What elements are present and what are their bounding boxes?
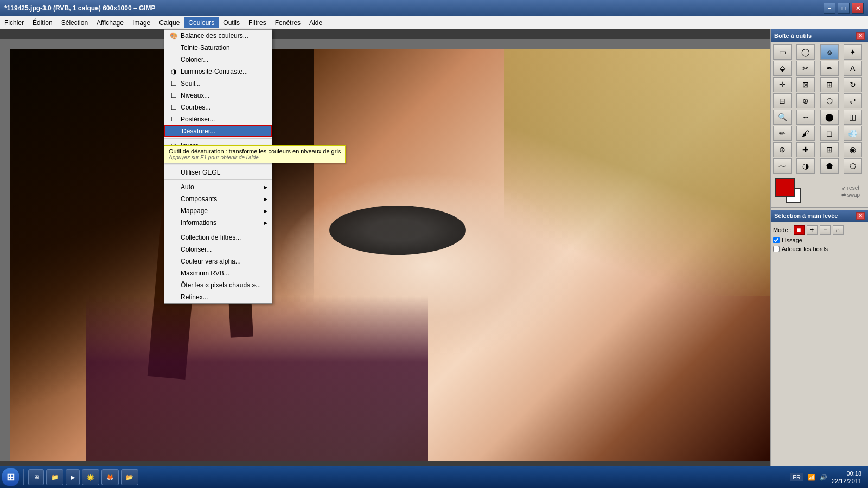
adoucir-row: Adoucir les bords bbox=[773, 245, 866, 253]
composants-arrow: ▶ bbox=[264, 197, 267, 202]
taskbar-item-app4[interactable]: 🌟 bbox=[82, 469, 99, 485]
menu-seuil[interactable]: ☐ Seuil... bbox=[164, 78, 272, 89]
tool-blend[interactable]: ◫ bbox=[844, 110, 862, 125]
menu-posteriser[interactable]: ☐ Postériser... bbox=[164, 113, 272, 125]
tool-rotate[interactable]: ↻ bbox=[844, 77, 862, 92]
tool-flip[interactable]: ⇄ bbox=[844, 93, 862, 108]
menu-composants[interactable]: Composants ▶ bbox=[164, 193, 272, 205]
menu-aide[interactable]: Aide bbox=[305, 17, 327, 28]
tool-airbrush[interactable]: 💨 bbox=[844, 126, 862, 141]
menu-edition[interactable]: Édition bbox=[28, 17, 57, 28]
tool-heal[interactable]: ✚ bbox=[796, 142, 815, 157]
tool-scissors[interactable]: ✂ bbox=[796, 61, 815, 76]
lissage-checkbox[interactable] bbox=[773, 237, 780, 243]
menu-niveaux[interactable]: ☐ Niveaux... bbox=[164, 89, 272, 101]
tool-move[interactable]: ✛ bbox=[773, 77, 792, 92]
tool-zoom[interactable]: 🔍 bbox=[773, 110, 792, 125]
volume-icon: 🔊 bbox=[820, 474, 827, 481]
firefox-icon: 🦊 bbox=[106, 474, 114, 481]
menu-mappage[interactable]: Mappage ▶ bbox=[164, 205, 272, 217]
maximize-button[interactable]: □ bbox=[838, 3, 850, 14]
menu-teinte[interactable]: Teinte-Saturation bbox=[164, 42, 272, 54]
menu-image[interactable]: Image bbox=[128, 17, 155, 28]
posteriser-icon: ☐ bbox=[169, 114, 178, 124]
tool-options-close[interactable]: ✕ bbox=[856, 212, 865, 220]
taskbar-item-explorer[interactable]: 🖥 bbox=[28, 469, 44, 485]
mode-replace-btn[interactable]: ■ bbox=[794, 225, 805, 235]
tool-paintbrush[interactable]: 🖌 bbox=[796, 126, 815, 141]
luminosite-icon: ◑ bbox=[169, 67, 178, 76]
taskbar-item-media[interactable]: ▶ bbox=[66, 469, 80, 485]
tool-persp-clone[interactable]: ⊞ bbox=[820, 142, 839, 157]
taskbar-item-folder2[interactable]: 📂 bbox=[121, 469, 138, 485]
tool-scale[interactable]: ⊟ bbox=[773, 93, 792, 108]
tool-rect-select[interactable]: ▭ bbox=[773, 44, 792, 60]
menu-luminosite[interactable]: ◑ Luminosité-Contraste... bbox=[164, 66, 272, 78]
mode-subtract-btn[interactable]: − bbox=[820, 225, 831, 235]
tool-blur[interactable]: ◉ bbox=[844, 142, 862, 157]
app4-icon: 🌟 bbox=[87, 474, 94, 481]
foreground-color[interactable] bbox=[775, 178, 795, 197]
menu-affichage[interactable]: Affichage bbox=[92, 17, 128, 28]
tool-crop[interactable]: ⊞ bbox=[820, 77, 839, 92]
menu-auto[interactable]: Auto ▶ bbox=[164, 181, 272, 193]
tool-paintbucket[interactable]: ⬤ bbox=[820, 110, 839, 125]
tool-select-color[interactable]: ⬙ bbox=[773, 61, 792, 76]
menu-filtres[interactable]: Filtres bbox=[244, 17, 271, 28]
menu-couleur-alpha[interactable]: Couleur vers alpha... bbox=[164, 255, 272, 267]
menu-selection[interactable]: Sélection bbox=[57, 17, 92, 28]
tool-shear[interactable]: ⊕ bbox=[796, 93, 815, 108]
menu-desaturer[interactable]: ☐ Désaturer... bbox=[164, 125, 272, 137]
tool-ellipse-select[interactable]: ◯ bbox=[796, 44, 815, 60]
courbes-label: Courbes... bbox=[181, 104, 210, 111]
toolbox-panel: Boîte à outils ✕ ▭ ◯ ⌾ ✦ ⬙ ✂ ✒ A ✛ ⊠ ⊞ ↻… bbox=[770, 29, 868, 488]
luminosite-label: Luminosité-Contraste... bbox=[181, 68, 248, 75]
tool-dodge[interactable]: ◑ bbox=[796, 158, 815, 174]
menu-utiliser-gegl[interactable]: Utiliser GEGL bbox=[164, 166, 272, 178]
menu-outils[interactable]: Outils bbox=[219, 17, 244, 28]
menu-collection[interactable]: Collection de filtres... bbox=[164, 232, 272, 243]
menu-couleurs[interactable]: Couleurs bbox=[184, 17, 219, 28]
informations-icon bbox=[169, 218, 178, 228]
close-button[interactable]: ✕ bbox=[852, 3, 864, 14]
menu-retinex[interactable]: Retinex... bbox=[164, 291, 272, 303]
tool-eraser[interactable]: ◻ bbox=[820, 126, 839, 141]
tool-free-select[interactable]: ⌾ bbox=[820, 44, 839, 60]
adoucir-checkbox[interactable] bbox=[773, 246, 780, 252]
canvas-image[interactable] bbox=[10, 49, 770, 461]
menu-maximum-rvb[interactable]: Maximum RVB... bbox=[164, 267, 272, 279]
tool-text[interactable]: A bbox=[844, 61, 862, 76]
tool-extra1[interactable]: ⬟ bbox=[820, 158, 839, 174]
tool-smudge[interactable]: ⁓ bbox=[773, 158, 792, 174]
toolbox-close-button[interactable]: ✕ bbox=[856, 32, 865, 40]
lissage-row: Lissage bbox=[773, 236, 866, 245]
mode-label: Mode : bbox=[773, 227, 792, 233]
menu-calque[interactable]: Calque bbox=[155, 17, 184, 28]
menu-courbes[interactable]: ☐ Courbes... bbox=[164, 101, 272, 113]
taskbar-item-firefox[interactable]: 🦊 bbox=[101, 469, 119, 485]
tool-align[interactable]: ⊠ bbox=[796, 77, 815, 92]
couleur-alpha-label: Couleur vers alpha... bbox=[181, 258, 241, 265]
seuil-icon: ☐ bbox=[169, 79, 178, 88]
tool-perspective[interactable]: ⬡ bbox=[820, 93, 839, 108]
menu-oter-pixels[interactable]: Ôter les « pixels chauds »... bbox=[164, 279, 272, 291]
menu-fenetres[interactable]: Fenêtres bbox=[271, 17, 305, 28]
tool-fuzzy-select[interactable]: ✦ bbox=[844, 44, 862, 60]
tool-pencil[interactable]: ✏ bbox=[773, 126, 792, 141]
menu-coloriser[interactable]: Coloriser... bbox=[164, 243, 272, 255]
tool-extra2[interactable]: ⬠ bbox=[844, 158, 862, 174]
taskbar-item-folder[interactable]: 📁 bbox=[46, 469, 63, 485]
menu-fichier[interactable]: Fichier bbox=[0, 17, 28, 28]
menu-colorier1[interactable]: Colorier... bbox=[164, 54, 272, 66]
tool-clone[interactable]: ⊕ bbox=[773, 142, 792, 157]
menu-balance[interactable]: 🎨 Balance des couleurs... bbox=[164, 30, 272, 42]
minimize-button[interactable]: – bbox=[824, 3, 835, 14]
window-controls: – □ ✕ bbox=[824, 3, 864, 14]
mode-add-btn[interactable]: + bbox=[807, 225, 818, 235]
start-button[interactable]: ⊞ bbox=[2, 468, 19, 486]
menu-informations[interactable]: Informations ▶ bbox=[164, 217, 272, 229]
mode-intersect-btn[interactable]: ∩ bbox=[833, 225, 844, 235]
tool-paths[interactable]: ✒ bbox=[820, 61, 839, 76]
tool-measure[interactable]: ↔ bbox=[796, 110, 815, 125]
canvas-container bbox=[0, 39, 770, 461]
